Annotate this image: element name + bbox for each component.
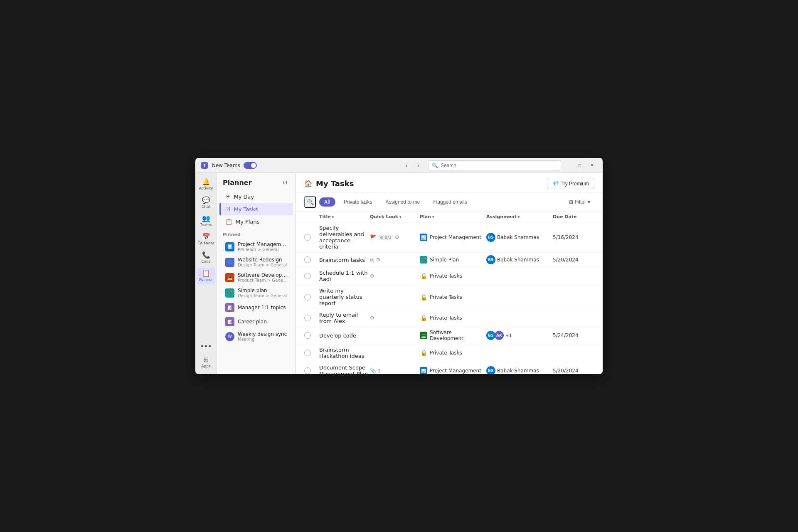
task-title-cell: Specify deliverables and acceptance crit… — [319, 225, 370, 250]
task-title: Brainstorm tasks — [319, 257, 365, 263]
table-row[interactable]: Brainstorm tasks ◎ ⚙ 📌 Simple Plan BS Ba… — [296, 253, 603, 267]
settings-icon: ⚙ — [395, 234, 399, 240]
col-assignment[interactable]: Assignment ▾ — [486, 214, 553, 219]
page-title-row: 🏠 My Tasks — [304, 179, 354, 188]
search-bar[interactable]: 🔍 — [428, 160, 561, 170]
teams-icon: 👥 — [202, 215, 210, 222]
main-layout: 🔔 Activity 💬 Chat 👥 Teams 📅 Calendar 📞 C… — [195, 173, 603, 374]
task-checkbox[interactable] — [304, 350, 311, 356]
task-checkbox[interactable] — [304, 256, 311, 263]
planner-nav-my-tasks[interactable]: ☑ My Tasks — [219, 203, 293, 215]
maximize-button[interactable]: □ — [574, 160, 585, 170]
task-assignment-cell: BS Babak Shammas — [486, 366, 553, 374]
table-row[interactable]: Develop code 💻 Software Development BS A… — [296, 327, 603, 344]
sp-plan-icon: 📌 — [225, 288, 234, 298]
app-window: T New Teams ‹ › 🔍 — □ ✕ 🔔 Activity — [195, 158, 603, 374]
table-row[interactable]: Document Scope Management Plan 📎 2 📊 Pro… — [296, 362, 603, 374]
task-checkbox[interactable] — [304, 234, 311, 241]
task-title: Schedule 1:1 with Aadi — [319, 270, 370, 282]
pm-name: Project Management — [238, 241, 287, 247]
sidebar-item-chat[interactable]: 💬 Chat — [197, 195, 215, 211]
sp-name: Simple plan — [238, 288, 287, 293]
calls-label: Calls — [202, 259, 211, 264]
pinned-manager-11[interactable]: 📝 Manager 1:1 topics — [219, 300, 293, 315]
filter-icon: ⊞ — [569, 199, 573, 205]
col-due-date[interactable]: Due Date — [553, 214, 594, 219]
tab-flagged-emails[interactable]: Flagged emails — [428, 197, 472, 207]
sidebar-item-apps[interactable]: ⊞ Apps — [197, 354, 215, 371]
col-plan[interactable]: Plan ▾ — [420, 214, 486, 219]
table-header: Title ▾ Quick Look ▾ Plan ▾ Assignment ▾ — [296, 212, 603, 222]
sp-info: Simple plan Design Team > General — [238, 288, 287, 298]
plan-icon: 🔒 — [420, 272, 427, 280]
my-tasks-label: My Tasks — [234, 206, 258, 212]
table-row[interactable]: Write my quarterly status report 🔒 Priva… — [296, 285, 603, 309]
task-title: Specify deliverables and acceptance crit… — [319, 225, 370, 250]
sidebar-item-more[interactable]: ••• — [197, 341, 215, 352]
table-row[interactable]: Schedule 1:1 with Aadi ⚙ 🔒 Private Tasks — [296, 267, 603, 285]
filter-right: ⊞ Filter ▾ — [565, 197, 594, 207]
plan-icon: 🔒 — [420, 314, 427, 322]
sidebar-item-planner[interactable]: 📋 Planner — [197, 268, 215, 284]
m11-info: Manager 1:1 topics — [238, 305, 286, 310]
sidebar-item-activity[interactable]: 🔔 Activity — [197, 176, 215, 193]
pinned-project-management[interactable]: 📊 Project Management PM Team > General — [219, 239, 293, 254]
col-title[interactable]: Title ▾ — [319, 214, 370, 219]
sidebar-item-calls[interactable]: 📞 Calls — [197, 249, 215, 266]
task-checkbox[interactable] — [304, 315, 311, 321]
task-checkbox[interactable] — [304, 332, 311, 339]
close-button[interactable]: ✕ — [586, 160, 598, 170]
plan-icon: 📊 — [420, 367, 427, 374]
try-premium-button[interactable]: 💎 Try Premium — [547, 178, 594, 189]
sidebar-item-calendar[interactable]: 📅 Calendar — [197, 231, 215, 248]
task-assignment-cell: BS Babak Shammas — [486, 233, 553, 242]
task-checkbox[interactable] — [304, 273, 311, 279]
minimize-button[interactable]: — — [561, 160, 573, 170]
my-day-label: My Day — [234, 194, 254, 200]
table-row[interactable]: Reply to email from Alex ⚙ 🔒 Private Tas… — [296, 309, 603, 327]
cp-info: Career plan — [238, 319, 267, 325]
tasks-search-button[interactable]: 🔍 — [304, 196, 316, 208]
task-checkbox[interactable] — [304, 367, 311, 374]
window-controls: — □ ✕ — [561, 160, 598, 170]
col-quick-look[interactable]: Quick Look ▾ — [370, 214, 420, 219]
back-button[interactable]: ‹ — [401, 160, 411, 170]
task-title-cell: Schedule 1:1 with Aadi — [319, 270, 370, 282]
search-input[interactable] — [441, 163, 557, 168]
pinned-simple-plan[interactable]: 📌 Simple plan Design Team > General — [219, 285, 293, 300]
plan-col-label: Plan — [420, 214, 431, 219]
tab-assigned-to-me[interactable]: Assigned to me — [381, 197, 425, 207]
tab-all[interactable]: All — [319, 197, 335, 207]
titlebar-nav: ‹ › — [401, 160, 423, 170]
table-row[interactable]: Specify deliverables and acceptance crit… — [296, 222, 603, 253]
teams-logo-icon: T — [200, 161, 209, 170]
planner-expand-button[interactable]: ⊡ — [281, 178, 290, 187]
filter-button[interactable]: ⊞ Filter ▾ — [565, 197, 594, 207]
title-col-label: Title — [319, 214, 331, 219]
new-teams-toggle[interactable] — [244, 162, 257, 169]
pinned-career-plan[interactable]: 📝 Career plan — [219, 315, 293, 329]
planner-nav-my-plans[interactable]: 📋 My Plans — [219, 215, 293, 228]
tab-private-tasks[interactable]: Private tasks — [339, 197, 377, 207]
meeting-type: Meeting — [238, 337, 287, 342]
planner-nav-my-day[interactable]: ☀ My Day — [219, 190, 293, 203]
pinned-software-dev[interactable]: 💻 Software Development Plan Product Team… — [219, 270, 293, 285]
priority-flag-icon: 🚩 — [370, 234, 377, 241]
task-checkbox[interactable] — [304, 294, 311, 300]
task-plan-cell: 📌 Simple Plan — [420, 256, 486, 264]
plan-name: Private Tasks — [430, 273, 462, 279]
plan-icon: 🔒 — [420, 293, 427, 301]
pm-plan-icon: 📊 — [225, 242, 234, 251]
sd-name: Software Development Plan — [238, 272, 287, 278]
pinned-website-redesign[interactable]: 🌐 Website Redesign Design Team > General — [219, 254, 293, 270]
task-quick-look: 📎 2 — [370, 368, 420, 374]
task-plan-cell: 🔒 Private Tasks — [420, 349, 486, 357]
task-due-date: 5/20/2024 — [553, 257, 594, 263]
quick-look-col-label: Quick Look — [370, 214, 398, 219]
attachment-icon: 📎 — [370, 368, 376, 374]
sidebar-item-teams[interactable]: 👥 Teams — [197, 213, 215, 229]
forward-button[interactable]: › — [413, 160, 423, 170]
meeting-weekly-design-sync[interactable]: W Weekly design sync Meeting — [219, 329, 293, 344]
sun-icon: ☀ — [225, 193, 231, 200]
table-row[interactable]: Brainstorm Hackathon ideas 🔒 Private Tas… — [296, 344, 603, 362]
